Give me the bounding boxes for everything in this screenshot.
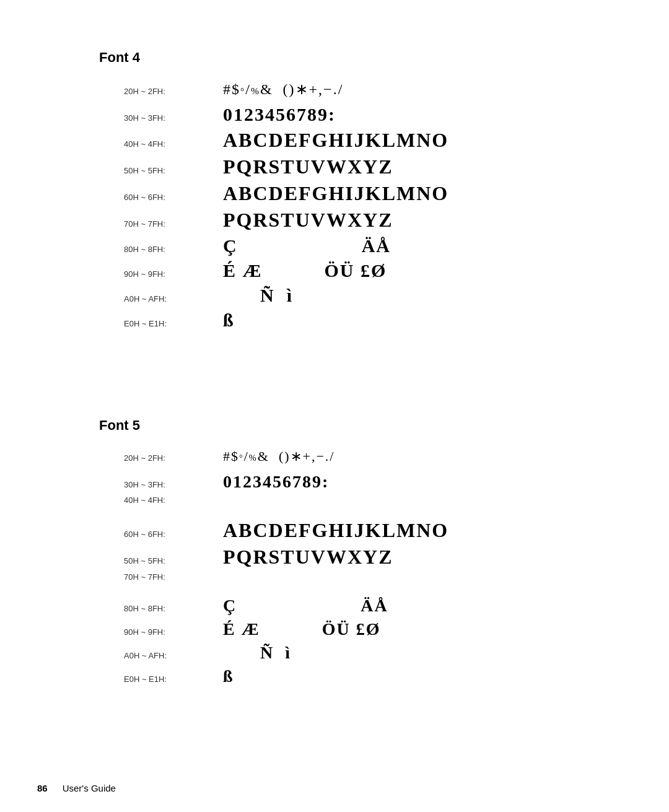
font5-row-50h: 50H ~ 5FH: PQRSTUVWXYZ xyxy=(124,546,393,569)
font4-row-20h-chars: #$°/%& ()∗+,−./ xyxy=(223,81,343,98)
font5-row-70h: 70H ~ 7FH: xyxy=(124,572,393,592)
font4-row-a0h-chars: Ñ ì xyxy=(223,285,293,306)
font4-row-e0h-label: E0H ~ E1H: xyxy=(124,319,223,328)
font4-row-a0h: A0H ~ AFH: Ñ ì xyxy=(124,285,570,306)
font4-row-60h-chars: ABCDEFGHIJKLMNO xyxy=(223,182,448,205)
font4-row-40h-label: 40H ~ 4FH: xyxy=(124,139,223,149)
divider xyxy=(99,368,570,417)
font4-row-90h-label: 90H ~ 9FH: xyxy=(124,269,223,279)
font5-row-60h: 60H ~ 6FH: ABCDEFGHIJKLMNO xyxy=(124,519,448,542)
font4-row-20h-label: 20H ~ 2FH: xyxy=(124,87,223,96)
font4-row-90h: 90H ~ 9FH: É ÆÖÜ £Ø xyxy=(124,260,570,281)
font5-row-30h-chars: 0123456789: xyxy=(223,472,329,492)
font4-row-30h-label: 30H ~ 3FH: xyxy=(124,113,223,123)
font5-row-80h-label: 80H ~ 8FH: xyxy=(124,604,223,613)
page-footer: 86 User's Guide xyxy=(37,783,116,793)
page-container: Font 4 20H ~ 2FH: #$°/%& ()∗+,−./ 30H ~ … xyxy=(0,0,669,761)
font5-section: Font 5 20H ~ 2FH: #$°/%& ()∗+,−./ 30H ~ … xyxy=(99,417,570,686)
font4-row-a0h-label: A0H ~ AFH: xyxy=(124,294,223,303)
font5-row-a0h: A0H ~ AFH: Ñ ì xyxy=(124,643,570,663)
font5-row-a0h-label: A0H ~ AFH: xyxy=(124,651,223,660)
font5-row-50h-chars: PQRSTUVWXYZ xyxy=(223,546,393,569)
font5-row-70h-label: 70H ~ 7FH: xyxy=(124,572,223,582)
font4-row-50h-label: 50H ~ 5FH: xyxy=(124,166,223,175)
font5-row-90h-label: 90H ~ 9FH: xyxy=(124,627,223,637)
font4-row-40h-chars: ABCDEFGHIJKLMNO xyxy=(223,129,448,152)
font5-row-90h: 90H ~ 9FH: É ÆÖÜ £Ø xyxy=(124,619,570,639)
font4-row-e0h-chars: ß xyxy=(223,310,235,331)
font5-row-90h-chars: É ÆÖÜ £Ø xyxy=(223,619,380,639)
font4-row-e0h: E0H ~ E1H: ß xyxy=(124,310,570,331)
font4-row-80h-label: 80H ~ 8FH: xyxy=(124,245,223,254)
font5-row-20h-label: 20H ~ 2FH: xyxy=(124,453,223,463)
font4-row-20h: 20H ~ 2FH: #$°/%& ()∗+,−./ xyxy=(124,81,570,100)
font5-row-80h: 80H ~ 8FH: ÇÄÅ xyxy=(124,596,570,616)
font4-row-90h-chars: É ÆÖÜ £Ø xyxy=(223,260,387,281)
font4-row-30h: 30H ~ 3FH: 0123456789: xyxy=(124,104,570,125)
font5-row-40h: 40H ~ 4FH: xyxy=(124,495,448,515)
font5-row-e0h-chars: ß xyxy=(223,666,234,686)
font4-row-30h-chars: 0123456789: xyxy=(223,104,336,125)
font5-row-60h-label: 60H ~ 6FH: xyxy=(124,530,223,539)
font5-title: Font 5 xyxy=(99,417,570,434)
font4-row-80h: 80H ~ 8FH: ÇÄÅ xyxy=(124,235,570,256)
footer-page-number: 86 xyxy=(37,783,48,793)
font4-row-70h-label: 70H ~ 7FH: xyxy=(124,219,223,229)
font5-row-e0h: E0H ~ E1H: ß xyxy=(124,666,570,686)
font4-row-60h: 60H ~ 6FH: ABCDEFGHIJKLMNO xyxy=(124,182,570,205)
footer-guide-title: User's Guide xyxy=(63,783,116,793)
font5-row-20h-chars: #$°/%& ()∗+,−./ xyxy=(223,448,334,465)
font4-char-table: 20H ~ 2FH: #$°/%& ()∗+,−./ 30H ~ 3FH: 01… xyxy=(124,81,570,331)
font5-row-80h-chars: ÇÄÅ xyxy=(223,596,388,616)
font4-row-70h: 70H ~ 7FH: PQRSTUVWXYZ xyxy=(124,209,570,232)
font4-row-50h: 50H ~ 5FH: PQRSTUVWXYZ xyxy=(124,155,570,178)
font5-rows-50-70h-group: 50H ~ 5FH: PQRSTUVWXYZ 70H ~ 7FH: xyxy=(124,546,570,596)
font4-title: Font 4 xyxy=(99,50,570,66)
font5-row-20h: 20H ~ 2FH: #$°/%& ()∗+,−./ xyxy=(124,448,570,468)
font4-row-70h-chars: PQRSTUVWXYZ xyxy=(223,209,393,232)
font4-row-50h-chars: PQRSTUVWXYZ xyxy=(223,155,393,178)
font4-row-60h-label: 60H ~ 6FH: xyxy=(124,193,223,202)
font5-char-table: 20H ~ 2FH: #$°/%& ()∗+,−./ 30H ~ 3FH: 01… xyxy=(124,448,570,686)
font5-row-e0h-label: E0H ~ E1H: xyxy=(124,674,223,684)
font5-rows-40-60h-group: 40H ~ 4FH: 60H ~ 6FH: ABCDEFGHIJKLMNO xyxy=(124,495,570,546)
font5-row-60h-chars: ABCDEFGHIJKLMNO xyxy=(223,519,448,542)
font5-row-30h: 30H ~ 3FH: 0123456789: xyxy=(124,472,570,492)
font5-row-40h-label: 40H ~ 4FH: xyxy=(124,495,223,505)
font5-row-a0h-chars: Ñ ì xyxy=(223,643,291,663)
font4-row-40h: 40H ~ 4FH: ABCDEFGHIJKLMNO xyxy=(124,129,570,152)
font4-row-80h-chars: ÇÄÅ xyxy=(223,235,391,256)
font4-section: Font 4 20H ~ 2FH: #$°/%& ()∗+,−./ 30H ~ … xyxy=(99,50,570,331)
font5-row-50h-label: 50H ~ 5FH: xyxy=(124,556,223,565)
font5-row-30h-label: 30H ~ 3FH: xyxy=(124,480,223,489)
